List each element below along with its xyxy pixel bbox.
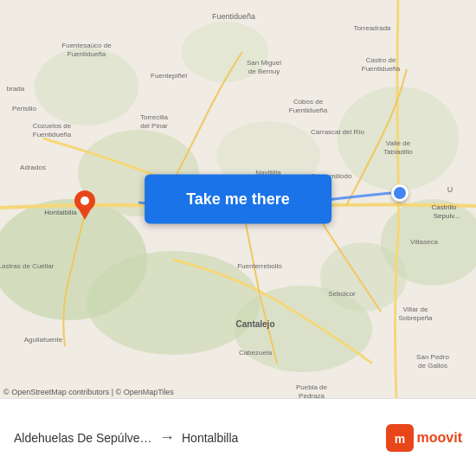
- map-container: Fuentidueña Fuentesaúco de Fuentidueña T…: [0, 0, 476, 398]
- svg-text:del Pinar: del Pinar: [140, 122, 168, 130]
- svg-text:Carrascal del Río: Carrascal del Río: [311, 128, 364, 136]
- svg-text:Fuentidueña: Fuentidueña: [68, 50, 106, 58]
- from-label: Aldehuelas De Sepúlveda: [14, 431, 152, 445]
- svg-text:Cozuelos de: Cozuelos de: [33, 122, 72, 130]
- svg-text:Torreadrada: Torreadrada: [353, 24, 391, 32]
- svg-text:brada: brada: [7, 85, 25, 93]
- svg-text:Adrados: Adrados: [20, 164, 46, 171]
- to-label: Hontalbilla: [182, 431, 238, 445]
- svg-text:Puebla de: Puebla de: [296, 383, 328, 391]
- svg-text:Cantalejo: Cantalejo: [235, 319, 274, 329]
- svg-point-53: [80, 196, 89, 205]
- svg-text:Fuentidueña: Fuentidueña: [212, 12, 255, 21]
- svg-text:Sebúlcor: Sebúlcor: [328, 290, 356, 298]
- svg-text:Perisillo: Perisillo: [12, 105, 37, 113]
- moovit-logo: m moovit: [386, 424, 462, 452]
- svg-text:Castro de: Castro de: [366, 56, 396, 64]
- footer: Aldehuelas De Sepúlveda → Hontalbilla m …: [0, 398, 476, 476]
- map-attribution: © OpenStreetMap contributors | © OpenMap…: [3, 388, 174, 396]
- svg-text:Fuentidueña: Fuentidueña: [362, 65, 401, 73]
- svg-text:Torrecilla: Torrecilla: [140, 113, 169, 121]
- svg-text:Sepulv...: Sepulv...: [434, 212, 460, 220]
- take-me-there-button[interactable]: Take me there: [145, 175, 331, 224]
- svg-text:Fuentidueña: Fuentidueña: [33, 131, 72, 138]
- svg-marker-52: [78, 208, 92, 220]
- svg-text:U: U: [447, 185, 453, 194]
- origin-dot: [391, 184, 408, 202]
- svg-text:Sobrepeña: Sobrepeña: [398, 314, 433, 322]
- svg-text:Fuentepiñel: Fuentepiñel: [151, 72, 187, 80]
- moovit-icon: m: [386, 424, 414, 452]
- svg-text:Pedraza: Pedraza: [299, 392, 325, 398]
- svg-text:m: m: [394, 432, 404, 446]
- svg-text:San Pedro: San Pedro: [416, 353, 449, 361]
- arrow-icon: →: [159, 428, 175, 447]
- svg-text:Castrillo: Castrillo: [432, 203, 457, 211]
- svg-text:Fuentidueña: Fuentidueña: [289, 106, 328, 114]
- destination-pin: [73, 189, 97, 223]
- svg-text:Villaseca: Villaseca: [410, 238, 438, 246]
- route-info: Aldehuelas De Sepúlveda → Hontalbilla: [14, 428, 386, 447]
- svg-text:Cobos de: Cobos de: [293, 98, 324, 106]
- svg-text:Aguilafuente: Aguilafuente: [24, 336, 63, 344]
- svg-text:Lastras de Cuéllar: Lastras de Cuéllar: [0, 262, 55, 270]
- svg-point-9: [35, 48, 138, 125]
- svg-text:Fuenterrebollo: Fuenterrebollo: [237, 262, 282, 270]
- svg-point-8: [320, 242, 407, 312]
- svg-text:Fuentesaúco de: Fuentesaúco de: [61, 42, 112, 49]
- svg-text:San Miguel: San Miguel: [247, 59, 281, 67]
- svg-point-2: [87, 251, 260, 355]
- svg-text:Valle de: Valle de: [386, 139, 411, 147]
- svg-text:Cabezuela: Cabezuela: [239, 349, 273, 357]
- moovit-text: moovit: [417, 430, 462, 446]
- svg-text:de Bernuy: de Bernuy: [248, 68, 280, 75]
- svg-text:Villar de: Villar de: [403, 306, 428, 313]
- svg-text:Tabladillo: Tabladillo: [383, 148, 413, 156]
- svg-text:de Gallos: de Gallos: [418, 362, 447, 370]
